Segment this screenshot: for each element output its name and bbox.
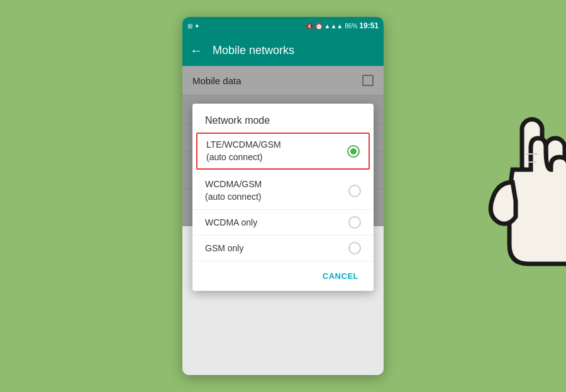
radio-lte-active[interactable] <box>347 145 360 158</box>
radio-wcdma-gsm[interactable] <box>348 185 361 197</box>
alarm-icon: ⏰ <box>315 23 323 30</box>
radio-gsm-only[interactable] <box>348 242 361 254</box>
option-lte-wcdma-gsm[interactable]: LTE/WCDMA/GSM (auto connect) <box>196 133 370 170</box>
dialog-title: Network mode <box>192 104 374 133</box>
status-right-icons: 🔇 ⏰ ▲▲▲ 86% 19:51 <box>306 21 379 30</box>
back-button[interactable]: ← <box>190 43 203 58</box>
status-time: 19:51 <box>359 21 379 30</box>
option-gsm-only[interactable]: GSM only <box>192 236 374 261</box>
adjust-icon: ✦ <box>194 23 199 30</box>
radio-wcdma-only[interactable] <box>348 216 361 229</box>
option-gsm-only-text: GSM only <box>205 242 243 255</box>
option-wcdma-only-text: WCDMA only <box>205 217 257 229</box>
svg-rect-0 <box>522 119 542 176</box>
mute-icon: 🔇 <box>306 23 313 30</box>
option-wcdma-only[interactable]: WCDMA only <box>192 210 374 236</box>
network-mode-dialog: Network mode LTE/WCDMA/GSM (auto connect… <box>192 104 374 291</box>
top-bar: ← Mobile networks <box>182 35 384 66</box>
hand-cursor-overlay <box>459 113 566 289</box>
status-left-icons: ⊞ ✦ <box>187 23 199 30</box>
page-title: Mobile networks <box>213 44 294 57</box>
phone-wrapper: ⊞ ✦ 🔇 ⏰ ▲▲▲ 86% 19:51 ← Mobile networks … <box>182 17 384 375</box>
option-lte-wcdma-gsm-text: LTE/WCDMA/GSM (auto connect) <box>206 139 281 163</box>
screenshot-icon: ⊞ <box>187 23 192 30</box>
option-wcdma-gsm[interactable]: WCDMA/GSM (auto connect) <box>192 172 374 210</box>
signal-icon: ▲▲▲ <box>325 23 343 30</box>
dialog-actions: CANCEL <box>192 261 374 291</box>
status-bar: ⊞ ✦ 🔇 ⏰ ▲▲▲ 86% 19:51 <box>182 17 384 35</box>
option-wcdma-gsm-text: WCDMA/GSM (auto connect) <box>205 178 262 203</box>
screen-content: Mobile data D... A... N... LT... N... T-… <box>182 66 384 226</box>
svg-rect-1 <box>546 138 565 188</box>
cancel-button[interactable]: CANCEL <box>318 268 363 285</box>
battery-level: 86% <box>345 23 357 30</box>
